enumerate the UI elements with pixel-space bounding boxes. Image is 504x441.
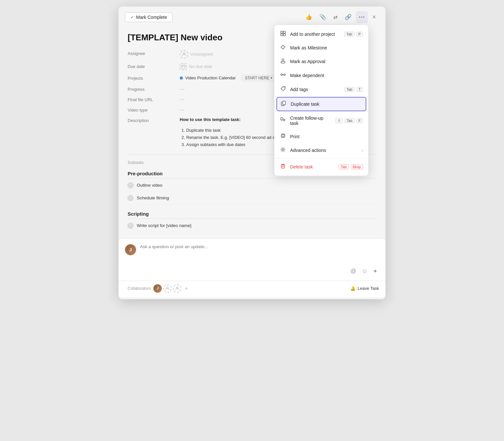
progress-value[interactable]: — (180, 86, 185, 91)
svg-rect-14 (281, 135, 285, 137)
milestone-icon (280, 45, 286, 51)
close-icon: × (372, 13, 376, 21)
dependent-icon (280, 72, 286, 79)
start-here-chevron: ▾ (271, 76, 272, 80)
menu-item-add-tags[interactable]: Add tags Tab T (274, 82, 368, 96)
video-type-value[interactable]: — (180, 107, 185, 112)
svg-rect-12 (283, 101, 286, 105)
svg-point-26 (129, 184, 132, 187)
menu-item-create-followup[interactable]: Create follow-up task ⇧ Tab F (274, 112, 368, 129)
bell-icon: 🔔 (350, 286, 356, 291)
desc-item-1: Duplicate this task (186, 127, 281, 134)
video-type-dash: — (180, 107, 185, 112)
mark-milestone-label: Mark as Milestone (290, 45, 363, 50)
svg-rect-0 (281, 31, 283, 33)
subtask-check-filming (128, 195, 133, 201)
emoji-icon: ☺ (362, 268, 368, 274)
collab-avatar-3 (173, 284, 181, 293)
delete-task-label: Delete task (290, 164, 334, 169)
description-label: Description (128, 117, 180, 123)
advanced-actions-label: Advanced actions (290, 148, 358, 153)
projects-value[interactable]: Video Production Calendar START HERE ▾ (180, 75, 276, 81)
svg-point-27 (129, 196, 132, 200)
star-button[interactable]: ✦ (371, 267, 379, 275)
description-list: Duplicate this task Rename the task. E.g… (180, 127, 281, 148)
leave-task-button[interactable]: 🔔 Leave Task (350, 286, 379, 291)
subtask-outline-video[interactable]: Outline video (128, 179, 376, 192)
section-scripting: Scripting (128, 208, 376, 219)
svg-point-30 (176, 287, 178, 288)
collab-avatar-2 (163, 284, 172, 293)
progress-dash: — (180, 86, 185, 91)
advanced-actions-arrow: › (362, 148, 363, 153)
start-here-badge[interactable]: START HERE ▾ (241, 75, 276, 81)
close-button[interactable]: × (369, 11, 379, 23)
leave-task-label: Leave Task (357, 286, 379, 291)
due-date-label: Due date (128, 63, 180, 69)
followup-shortcut: ⇧ Tab F (335, 118, 363, 124)
svg-point-28 (129, 224, 132, 227)
star-icon: ✦ (373, 268, 378, 274)
collab-avatar-1: J (153, 284, 162, 293)
user-avatar: J (125, 244, 136, 255)
dropdown-menu: Add to another project Tab P Mark as Mil… (274, 25, 369, 176)
make-dependent-label: Make dependent (290, 73, 363, 78)
mention-button[interactable]: @ (349, 267, 357, 275)
svg-rect-22 (182, 65, 185, 68)
collaborators-label: Collaborators (128, 286, 151, 291)
subtask-script-label: Write script for [video name] (137, 223, 191, 228)
menu-item-make-dependent[interactable]: Make dependent (274, 68, 368, 82)
video-type-label: Video type (128, 107, 180, 113)
attachment-button[interactable]: 📎 (316, 11, 329, 23)
desc-item-2: Rename the task. E.g. [VIDEO] 60 second … (186, 134, 281, 141)
svg-point-7 (281, 74, 282, 75)
add-collaborator-button[interactable]: + (183, 285, 190, 292)
menu-item-advanced-actions[interactable]: Advanced actions › (274, 143, 368, 157)
assignee-value[interactable]: Unassigned (180, 50, 213, 59)
mark-approval-label: Mark as Approval (290, 59, 363, 64)
add-to-project-icon (280, 31, 286, 37)
add-to-project-shortcut: Tab P (343, 32, 363, 37)
menu-item-duplicate-task[interactable]: Duplicate task (276, 97, 366, 111)
collaborators-section: Collaborators J + (128, 284, 190, 293)
menu-item-delete-task[interactable]: Delete task Tab Bksp (274, 160, 368, 174)
share-icon: ⇄ (333, 14, 338, 20)
final-file-url-value[interactable]: — (180, 96, 185, 102)
tags-icon (280, 86, 286, 93)
menu-divider (274, 158, 368, 159)
svg-point-21 (183, 53, 185, 54)
desc-item-3: Assign subtasks with due dates (186, 141, 281, 148)
subtask-write-script[interactable]: Write script for [video name] (128, 220, 376, 232)
comment-input[interactable] (140, 244, 379, 264)
menu-item-mark-approval[interactable]: Mark as Approval (274, 55, 368, 68)
approval-icon (280, 58, 286, 65)
delete-icon (280, 164, 286, 170)
add-tags-label: Add tags (290, 87, 340, 92)
svg-marker-4 (281, 45, 285, 49)
subtask-schedule-filming[interactable]: Schedule filming (128, 192, 376, 205)
emoji-button[interactable]: ☺ (360, 267, 369, 275)
comment-toolbar: @ ☺ ✦ (140, 267, 379, 275)
subtask-check-outline (128, 182, 133, 188)
followup-icon (280, 117, 286, 124)
due-date-value[interactable]: No due date (180, 63, 212, 70)
menu-item-print[interactable]: Print (274, 129, 368, 143)
start-here-label: START HERE (245, 76, 269, 80)
more-options-button[interactable]: ··· (356, 11, 368, 23)
print-icon (280, 133, 286, 140)
svg-rect-3 (283, 34, 286, 36)
thumbs-up-button[interactable]: 👍 (302, 11, 315, 23)
menu-item-mark-milestone[interactable]: Mark as Milestone (274, 41, 368, 55)
share-button[interactable]: ⇄ (330, 12, 341, 22)
progress-label: Progress (128, 86, 180, 92)
mark-complete-button[interactable]: ✓ Mark Complete (125, 12, 173, 22)
advanced-actions-icon (280, 147, 286, 154)
svg-point-10 (284, 87, 284, 88)
svg-point-8 (284, 74, 285, 75)
thumbs-up-icon: 👍 (305, 14, 312, 20)
menu-item-add-to-project[interactable]: Add to another project Tab P (274, 27, 368, 41)
create-followup-label: Create follow-up task (290, 115, 331, 126)
due-date-text: No due date (189, 64, 212, 69)
assignee-avatar (180, 50, 188, 59)
link-button[interactable]: 🔗 (342, 11, 355, 23)
